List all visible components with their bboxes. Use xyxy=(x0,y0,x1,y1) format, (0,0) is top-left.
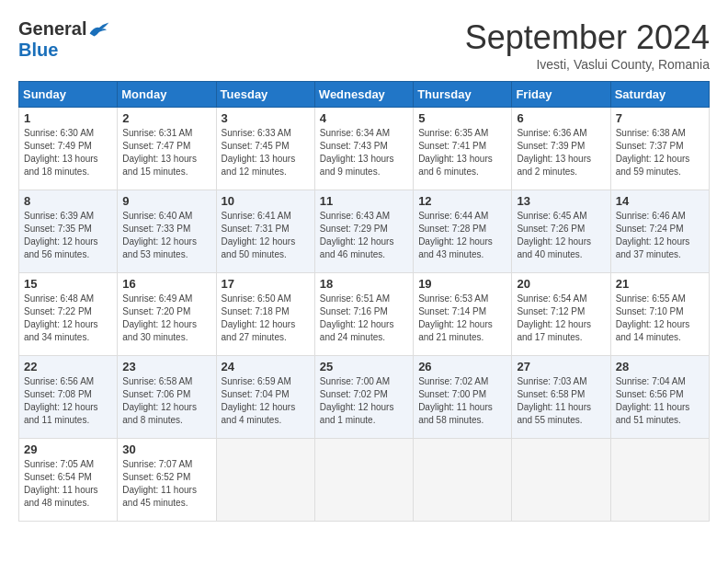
day-number: 5 xyxy=(418,111,506,125)
day-info: Sunrise: 6:43 AM Sunset: 7:29 PM Dayligh… xyxy=(320,210,408,261)
calendar-day-cell: 20 Sunrise: 6:54 AM Sunset: 7:12 PM Dayl… xyxy=(512,273,610,356)
day-info: Sunrise: 6:41 AM Sunset: 7:31 PM Dayligh… xyxy=(222,210,310,261)
weekday-header-tuesday: Tuesday xyxy=(216,82,314,108)
calendar-day-cell: 24 Sunrise: 6:59 AM Sunset: 7:04 PM Dayl… xyxy=(216,356,314,439)
logo-blue-text: Blue xyxy=(18,40,58,61)
day-info: Sunrise: 6:45 AM Sunset: 7:26 PM Dayligh… xyxy=(517,210,605,261)
logo: General Blue xyxy=(18,18,110,61)
day-info: Sunrise: 6:31 AM Sunset: 7:47 PM Dayligh… xyxy=(122,127,210,178)
calendar-day-cell: 9 Sunrise: 6:40 AM Sunset: 7:33 PM Dayli… xyxy=(118,190,216,273)
calendar-day-cell: 11 Sunrise: 6:43 AM Sunset: 7:29 PM Dayl… xyxy=(314,190,413,273)
calendar-day-cell: 12 Sunrise: 6:44 AM Sunset: 7:28 PM Dayl… xyxy=(414,190,512,273)
day-number: 14 xyxy=(616,194,704,208)
day-number: 6 xyxy=(517,111,605,125)
day-info: Sunrise: 6:33 AM Sunset: 7:45 PM Dayligh… xyxy=(222,127,310,178)
calendar-week-row: 22 Sunrise: 6:56 AM Sunset: 7:08 PM Dayl… xyxy=(19,356,710,439)
day-info: Sunrise: 6:30 AM Sunset: 7:49 PM Dayligh… xyxy=(24,127,112,178)
calendar-day-cell: 15 Sunrise: 6:48 AM Sunset: 7:22 PM Dayl… xyxy=(19,273,118,356)
day-info: Sunrise: 6:49 AM Sunset: 7:20 PM Dayligh… xyxy=(122,293,210,344)
day-number: 21 xyxy=(616,277,704,291)
calendar-day-cell: 6 Sunrise: 6:36 AM Sunset: 7:39 PM Dayli… xyxy=(512,108,610,190)
day-number: 11 xyxy=(320,194,408,208)
title-section: September 2024 Ivesti, Vaslui County, Ro… xyxy=(465,18,710,72)
calendar-day-cell: 7 Sunrise: 6:38 AM Sunset: 7:37 PM Dayli… xyxy=(610,108,709,190)
calendar-day-cell: 13 Sunrise: 6:45 AM Sunset: 7:26 PM Dayl… xyxy=(512,190,610,273)
day-info: Sunrise: 6:46 AM Sunset: 7:24 PM Dayligh… xyxy=(616,210,704,261)
calendar-day-cell: 10 Sunrise: 6:41 AM Sunset: 7:31 PM Dayl… xyxy=(216,190,314,273)
day-number: 22 xyxy=(24,360,112,373)
weekday-header-thursday: Thursday xyxy=(414,82,512,108)
calendar-day-cell: 18 Sunrise: 6:51 AM Sunset: 7:16 PM Dayl… xyxy=(314,273,413,356)
calendar-week-row: 15 Sunrise: 6:48 AM Sunset: 7:22 PM Dayl… xyxy=(19,273,710,356)
day-number: 1 xyxy=(24,111,112,125)
day-number: 24 xyxy=(222,360,310,373)
calendar-day-cell: 27 Sunrise: 7:03 AM Sunset: 6:58 PM Dayl… xyxy=(512,356,610,439)
weekday-header-saturday: Saturday xyxy=(610,82,709,108)
weekday-header-monday: Monday xyxy=(118,82,216,108)
calendar-day-cell xyxy=(414,439,512,522)
month-title: September 2024 xyxy=(465,18,710,57)
day-info: Sunrise: 6:36 AM Sunset: 7:39 PM Dayligh… xyxy=(517,127,605,178)
day-info: Sunrise: 6:35 AM Sunset: 7:41 PM Dayligh… xyxy=(418,127,506,178)
day-info: Sunrise: 7:02 AM Sunset: 7:00 PM Dayligh… xyxy=(418,375,506,427)
day-number: 30 xyxy=(122,442,210,456)
day-number: 8 xyxy=(24,194,112,208)
day-info: Sunrise: 7:07 AM Sunset: 6:52 PM Dayligh… xyxy=(122,458,210,510)
calendar-day-cell: 8 Sunrise: 6:39 AM Sunset: 7:35 PM Dayli… xyxy=(19,190,118,273)
weekday-header-sunday: Sunday xyxy=(19,82,118,108)
day-info: Sunrise: 6:34 AM Sunset: 7:43 PM Dayligh… xyxy=(320,127,408,178)
day-number: 12 xyxy=(418,194,506,208)
day-info: Sunrise: 6:50 AM Sunset: 7:18 PM Dayligh… xyxy=(222,293,310,344)
day-info: Sunrise: 6:48 AM Sunset: 7:22 PM Dayligh… xyxy=(24,293,112,344)
location-text: Ivesti, Vaslui County, Romania xyxy=(465,57,710,72)
page-header: General Blue September 2024 Ivesti, Vasl… xyxy=(18,18,710,72)
day-number: 29 xyxy=(24,442,112,456)
day-number: 2 xyxy=(122,111,210,125)
calendar-week-row: 29 Sunrise: 7:05 AM Sunset: 6:54 PM Dayl… xyxy=(19,439,710,522)
day-number: 25 xyxy=(320,360,408,373)
day-number: 9 xyxy=(122,194,210,208)
calendar-day-cell: 22 Sunrise: 6:56 AM Sunset: 7:08 PM Dayl… xyxy=(19,356,118,439)
day-number: 28 xyxy=(616,360,704,373)
day-number: 18 xyxy=(320,277,408,291)
day-info: Sunrise: 6:56 AM Sunset: 7:08 PM Dayligh… xyxy=(24,375,112,427)
day-number: 15 xyxy=(24,277,112,291)
calendar-day-cell: 5 Sunrise: 6:35 AM Sunset: 7:41 PM Dayli… xyxy=(414,108,512,190)
calendar-day-cell: 30 Sunrise: 7:07 AM Sunset: 6:52 PM Dayl… xyxy=(118,439,216,522)
day-number: 19 xyxy=(418,277,506,291)
day-info: Sunrise: 6:59 AM Sunset: 7:04 PM Dayligh… xyxy=(222,375,310,427)
calendar-day-cell: 29 Sunrise: 7:05 AM Sunset: 6:54 PM Dayl… xyxy=(19,439,118,522)
day-info: Sunrise: 7:00 AM Sunset: 7:02 PM Dayligh… xyxy=(320,375,408,427)
calendar-day-cell: 21 Sunrise: 6:55 AM Sunset: 7:10 PM Dayl… xyxy=(610,273,709,356)
weekday-header-row: SundayMondayTuesdayWednesdayThursdayFrid… xyxy=(19,82,710,108)
day-info: Sunrise: 6:39 AM Sunset: 7:35 PM Dayligh… xyxy=(24,210,112,261)
day-number: 7 xyxy=(616,111,704,125)
day-number: 4 xyxy=(320,111,408,125)
day-info: Sunrise: 6:54 AM Sunset: 7:12 PM Dayligh… xyxy=(517,293,605,344)
calendar-day-cell: 4 Sunrise: 6:34 AM Sunset: 7:43 PM Dayli… xyxy=(314,108,413,190)
day-info: Sunrise: 6:58 AM Sunset: 7:06 PM Dayligh… xyxy=(122,375,210,427)
day-number: 23 xyxy=(122,360,210,373)
calendar-week-row: 8 Sunrise: 6:39 AM Sunset: 7:35 PM Dayli… xyxy=(19,190,710,273)
calendar-day-cell: 26 Sunrise: 7:02 AM Sunset: 7:00 PM Dayl… xyxy=(414,356,512,439)
logo-general-text: General xyxy=(18,18,86,40)
day-info: Sunrise: 7:03 AM Sunset: 6:58 PM Dayligh… xyxy=(517,375,605,427)
weekday-header-friday: Friday xyxy=(512,82,610,108)
day-info: Sunrise: 6:38 AM Sunset: 7:37 PM Dayligh… xyxy=(616,127,704,178)
calendar-day-cell xyxy=(216,439,314,522)
calendar-day-cell: 1 Sunrise: 6:30 AM Sunset: 7:49 PM Dayli… xyxy=(19,108,118,190)
logo-bird-icon xyxy=(88,20,110,39)
day-number: 13 xyxy=(517,194,605,208)
calendar-day-cell xyxy=(610,439,709,522)
day-info: Sunrise: 6:51 AM Sunset: 7:16 PM Dayligh… xyxy=(320,293,408,344)
calendar-day-cell xyxy=(512,439,610,522)
day-info: Sunrise: 6:53 AM Sunset: 7:14 PM Dayligh… xyxy=(418,293,506,344)
day-number: 20 xyxy=(517,277,605,291)
day-info: Sunrise: 7:05 AM Sunset: 6:54 PM Dayligh… xyxy=(24,458,112,510)
calendar-day-cell: 28 Sunrise: 7:04 AM Sunset: 6:56 PM Dayl… xyxy=(610,356,709,439)
calendar-day-cell: 25 Sunrise: 7:00 AM Sunset: 7:02 PM Dayl… xyxy=(314,356,413,439)
calendar-day-cell: 14 Sunrise: 6:46 AM Sunset: 7:24 PM Dayl… xyxy=(610,190,709,273)
day-number: 17 xyxy=(222,277,310,291)
calendar-day-cell xyxy=(314,439,413,522)
calendar-day-cell: 19 Sunrise: 6:53 AM Sunset: 7:14 PM Dayl… xyxy=(414,273,512,356)
